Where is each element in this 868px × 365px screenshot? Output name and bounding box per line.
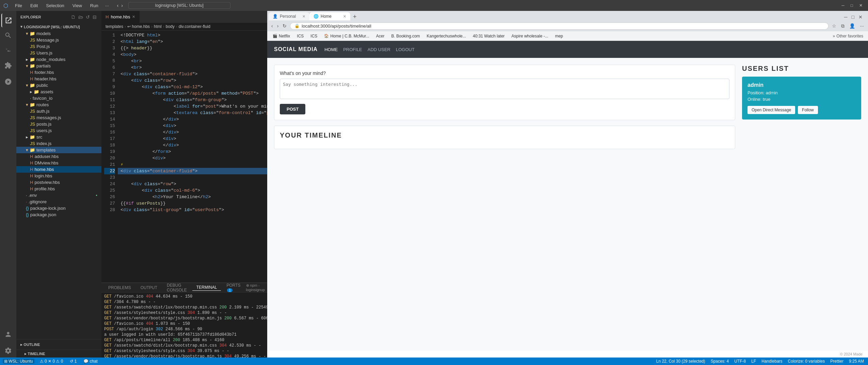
- browser-reload-btn[interactable]: ↻: [281, 22, 288, 29]
- browser-back-btn[interactable]: ‹: [270, 22, 274, 29]
- close-btn[interactable]: ✕: [857, 2, 865, 9]
- browser-bookmark-btn[interactable]: ☆: [831, 22, 838, 29]
- timeline-section[interactable]: ▸ TIMELINE: [16, 350, 101, 358]
- activity-extensions[interactable]: [1, 59, 15, 72]
- browser-more-btn[interactable]: ···: [858, 22, 865, 29]
- activity-debug[interactable]: [1, 75, 15, 89]
- nav-forward-btn[interactable]: ›: [121, 3, 123, 8]
- home-tab-close[interactable]: ✕: [343, 14, 346, 19]
- bookmark-ics2[interactable]: ICS: [308, 33, 320, 39]
- file-home-hbs[interactable]: H home.hbs: [16, 166, 101, 173]
- bookmark-ics1[interactable]: ICS: [294, 33, 306, 39]
- status-lang[interactable]: Handlebars: [760, 359, 784, 364]
- folder-templates[interactable]: ▾ 📁 templates: [16, 147, 101, 153]
- status-wsl[interactable]: ⊞ WSL: Ubuntu: [3, 359, 34, 364]
- bookmark-booking[interactable]: B. Booking.com: [389, 33, 423, 39]
- browser-forward-btn[interactable]: ›: [276, 22, 280, 29]
- command-palette[interactable]: loginsignup [WSL: Ubuntu]: [128, 2, 230, 9]
- nav-profile[interactable]: PROFILE: [343, 47, 362, 52]
- file-package-json[interactable]: {} package.json: [16, 211, 101, 218]
- tab-terminal[interactable]: TERMINAL: [192, 284, 221, 291]
- nav-logout[interactable]: LOGOUT: [396, 47, 415, 52]
- browser-tab-home[interactable]: 🌐 Home ✕: [309, 12, 350, 20]
- breadcrumb-div[interactable]: div.container-fluid: [179, 24, 210, 29]
- tab-close-btn[interactable]: ✕: [132, 15, 135, 19]
- activity-settings[interactable]: [1, 344, 15, 358]
- refresh-btn[interactable]: ↺: [85, 14, 91, 20]
- folder-public[interactable]: ▾ 📁 public: [16, 82, 101, 89]
- browser-maximize-btn[interactable]: □: [850, 14, 856, 20]
- status-prettier[interactable]: Prettier: [829, 359, 845, 364]
- file-env[interactable]: · .env ●: [16, 192, 101, 199]
- file-usersjs[interactable]: JS Users.js: [16, 50, 101, 56]
- bookmark-aspire[interactable]: Aspire wholesale -...: [509, 33, 551, 39]
- new-folder-btn[interactable]: 🗁: [78, 14, 84, 20]
- bookmark-watch-later[interactable]: 40:31 Watch later: [470, 33, 508, 39]
- breadcrumb-html[interactable]: html: [154, 24, 162, 29]
- project-section[interactable]: ▾ LOGINSIGNUP [WSL: UBUNTU]: [16, 23, 101, 30]
- minimize-btn[interactable]: ─: [839, 2, 847, 9]
- post-button[interactable]: POST: [280, 104, 305, 114]
- breadcrumb-body[interactable]: body: [166, 24, 175, 29]
- file-postjs[interactable]: JS Post.js: [16, 43, 101, 50]
- collapse-btn[interactable]: ⊟: [92, 14, 97, 20]
- status-ln-col[interactable]: Ln 22, Col 30 (29 selected): [655, 359, 707, 364]
- menu-run[interactable]: Run: [89, 2, 100, 9]
- bookmarks-more[interactable]: » Other favorites: [831, 33, 865, 39]
- activity-search[interactable]: [1, 29, 15, 42]
- tab-output[interactable]: OUTPUT: [136, 285, 161, 291]
- new-tab-btn[interactable]: +: [350, 13, 359, 20]
- activity-source-control[interactable]: [1, 44, 15, 57]
- menu-edit[interactable]: Edit: [29, 2, 39, 9]
- file-profile-hbs[interactable]: H profile.hbs: [16, 186, 101, 192]
- restore-btn[interactable]: □: [849, 2, 855, 9]
- file-favicon[interactable]: · favicon_io: [16, 95, 101, 101]
- folder-partials[interactable]: ▾ 📁 partials: [16, 63, 101, 69]
- menu-view[interactable]: View: [71, 2, 83, 9]
- browser-close-btn[interactable]: ✕: [857, 14, 864, 20]
- file-postview-hbs[interactable]: H postview.hbs: [16, 179, 101, 186]
- breadcrumb-templates[interactable]: templates: [106, 24, 123, 29]
- nav-home[interactable]: HOME: [324, 47, 338, 52]
- tab-debug-console[interactable]: DEBUG CONSOLE: [163, 282, 191, 293]
- browser-tab-personal[interactable]: 👤 Personal ✕: [269, 12, 309, 20]
- menu-selection[interactable]: Selection: [45, 2, 65, 9]
- bookmark-kanger[interactable]: Kangertechuswhole...: [424, 33, 469, 39]
- tab-problems[interactable]: PROBLEMS: [104, 285, 135, 291]
- editor-pane[interactable]: 1234567 891011121314 15161718192021 2223…: [101, 31, 267, 283]
- folder-assets[interactable]: ▸ 📁 assets: [16, 89, 101, 95]
- status-encoding[interactable]: UTF-8: [733, 359, 747, 364]
- file-messages-js[interactable]: JS messages.js: [16, 114, 101, 121]
- folder-node-modules[interactable]: ▸ 📁 node_modules: [16, 56, 101, 63]
- file-gitignore[interactable]: · .gitignore: [16, 199, 101, 205]
- file-package-lock[interactable]: {} package-lock.json: [16, 205, 101, 211]
- file-footer-hbs[interactable]: H footer.hbs: [16, 69, 101, 76]
- browser-address-bar[interactable]: 🔒 localhost:3000/api/posts/timeline/all: [290, 22, 829, 30]
- activity-explorer[interactable]: [1, 14, 15, 27]
- menu-file[interactable]: File: [14, 2, 23, 9]
- folder-src[interactable]: ▸ 📁 src: [16, 134, 101, 140]
- status-colorize[interactable]: Colorize: 0 variables: [787, 359, 826, 364]
- activity-accounts[interactable]: [1, 328, 15, 341]
- bookmark-netflix[interactable]: 🎬 Netflix: [270, 33, 293, 39]
- bookmark-cb[interactable]: 🏠 Home | C.B. McMur...: [321, 33, 372, 39]
- file-header-hbs[interactable]: H header.hbs: [16, 76, 101, 82]
- browser-extensions-btn[interactable]: ⧉: [840, 22, 846, 30]
- bookmark-mep[interactable]: mep: [552, 33, 566, 39]
- outline-section[interactable]: ▸ OUTLINE: [16, 339, 101, 350]
- file-users-js[interactable]: JS users.js: [16, 127, 101, 134]
- personal-tab-close[interactable]: ✕: [302, 14, 305, 19]
- menu-more[interactable]: ···: [105, 3, 109, 8]
- status-git[interactable]: ↺ 1: [68, 359, 78, 364]
- browser-profile-btn[interactable]: 👤: [848, 22, 856, 29]
- terminal-area[interactable]: GET /favicon.ico 404 44.634 ms - 150 GET…: [101, 292, 267, 358]
- tab-home-hbs[interactable]: H home.hbs ✕: [101, 11, 140, 23]
- breadcrumb-home-hbs[interactable]: ↩ home.hbs: [127, 24, 150, 29]
- post-textarea[interactable]: [280, 79, 729, 99]
- bookmark-acer[interactable]: Acer: [373, 33, 387, 39]
- tab-ports[interactable]: PORTS 1: [222, 282, 244, 293]
- nav-add-user[interactable]: ADD USER: [368, 47, 390, 52]
- file-index-js[interactable]: JS index.js: [16, 140, 101, 147]
- folder-routes[interactable]: ▾ 📁 routes: [16, 101, 101, 108]
- status-eol[interactable]: LF: [750, 359, 757, 364]
